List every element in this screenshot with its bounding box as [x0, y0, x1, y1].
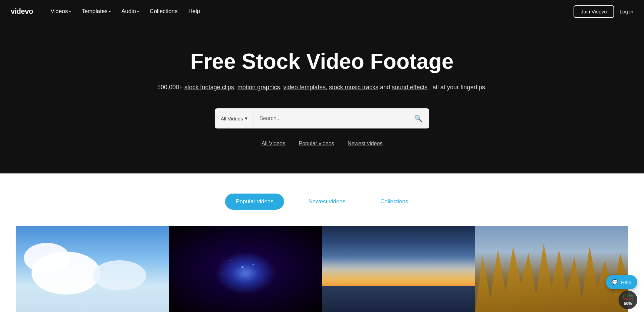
hero-subtitle: 500,000+ stock footage clips, motion gra…: [7, 83, 637, 92]
stars-decoration: [169, 226, 322, 312]
search-icon: 🔍: [414, 114, 423, 122]
videos-chevron-icon: ▾: [69, 10, 71, 13]
water-decoration: [322, 286, 475, 312]
video-grid: [16, 226, 628, 312]
nav-help[interactable]: Help: [184, 5, 204, 17]
wheat-decoration: [475, 243, 628, 312]
video-card-wheat[interactable]: [475, 226, 628, 312]
hero-quick-links: All Videos Popular videos Newest videos: [7, 141, 637, 147]
speed-indicator: 17.9 K/s 560 K/s 50%: [619, 291, 637, 309]
video-card-galaxy[interactable]: [169, 226, 322, 312]
hero-link-motion-graphics[interactable]: motion graphics: [237, 84, 280, 91]
search-category-dropdown[interactable]: All Videos ▾: [215, 108, 254, 128]
logo[interactable]: videvo: [11, 7, 33, 16]
hero-link-sound-effects[interactable]: sound effects: [392, 84, 428, 91]
cloud-decoration-2: [24, 243, 70, 273]
hero-section: Free Stock Video Footage 500,000+ stock …: [0, 23, 644, 173]
nav-collections[interactable]: Collections: [146, 5, 181, 17]
help-button[interactable]: 💬 Help: [606, 275, 637, 289]
tab-collections[interactable]: Collections: [370, 194, 419, 210]
nav-templates[interactable]: Templates ▾: [77, 5, 114, 17]
hero-link-video-templates[interactable]: video templates: [283, 84, 326, 91]
navbar-right: Join Videvo Log in: [574, 5, 633, 18]
video-card-sunset[interactable]: [322, 226, 475, 312]
search-input[interactable]: [254, 108, 408, 128]
sun-rays-decoration: [322, 260, 475, 286]
navbar: videvo Videos ▾ Templates ▾ Audio ▾ Coll…: [0, 0, 644, 23]
hero-newest-link[interactable]: Newest videos: [347, 141, 382, 147]
hero-all-videos-link[interactable]: All Videos: [262, 141, 285, 147]
audio-chevron-icon: ▾: [137, 10, 139, 13]
content-section: Popular videos Newest videos Collections: [0, 173, 644, 312]
category-chevron-icon: ▾: [245, 115, 248, 121]
join-button[interactable]: Join Videvo: [574, 5, 614, 18]
cloud-decoration-3: [93, 260, 146, 291]
video-card-sky[interactable]: [16, 226, 169, 312]
search-button[interactable]: 🔍: [408, 108, 429, 128]
tab-filters: Popular videos Newest videos Collections: [16, 194, 628, 210]
download-speed: 560 K/s: [623, 298, 633, 301]
nav-videos[interactable]: Videos ▾: [47, 5, 75, 17]
hero-link-stock-music[interactable]: stock music tracks: [329, 84, 378, 91]
search-bar: All Videos ▾ 🔍: [215, 108, 429, 128]
speed-percent: 50%: [624, 301, 632, 306]
upload-speed: 17.9 K/s: [622, 294, 633, 297]
templates-chevron-icon: ▾: [109, 10, 111, 13]
nav-items: Videos ▾ Templates ▾ Audio ▾ Collections…: [47, 5, 574, 17]
nav-audio[interactable]: Audio ▾: [117, 5, 143, 17]
hero-title: Free Stock Video Footage: [7, 50, 637, 73]
tab-popular-videos[interactable]: Popular videos: [225, 194, 284, 210]
hero-popular-link[interactable]: Popular videos: [299, 141, 334, 147]
chat-icon: 💬: [612, 279, 618, 285]
hero-link-stock-footage[interactable]: stock footage clips: [184, 84, 234, 91]
particles-decoration: [169, 226, 322, 312]
search-container: All Videos ▾ 🔍: [7, 108, 637, 128]
login-button[interactable]: Log in: [620, 9, 633, 14]
tab-newest-videos[interactable]: Newest videos: [298, 194, 356, 210]
